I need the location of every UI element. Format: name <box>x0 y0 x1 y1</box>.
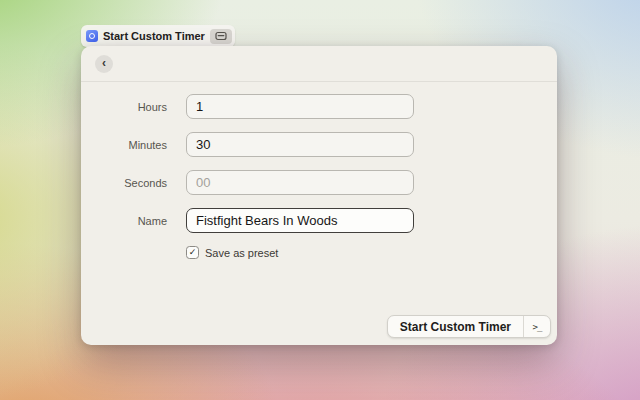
window-header: ‹ <box>81 46 557 82</box>
check-icon: ✓ <box>189 248 197 257</box>
seconds-label: Seconds <box>81 177 186 189</box>
back-chevron-icon: ‹ <box>102 57 106 69</box>
name-field-row: Name <box>81 208 557 233</box>
window-footer: Start Custom Timer >_ <box>387 315 551 338</box>
seconds-input[interactable] <box>186 170 414 195</box>
timer-form: Hours Minutes Seconds Name ✓ <box>81 82 557 259</box>
seconds-field-row: Seconds <box>81 170 557 195</box>
save-as-preset-label: Save as preset <box>205 247 278 259</box>
window-tab[interactable]: Start Custom Timer <box>81 25 235 47</box>
terminal-shortcut-button[interactable]: >_ <box>523 316 550 337</box>
checkbox-checked[interactable]: ✓ <box>186 246 199 259</box>
timer-app-icon <box>86 30 98 42</box>
save-as-preset-toggle[interactable]: ✓ Save as preset <box>186 246 278 259</box>
timer-dial-icon <box>89 33 95 39</box>
hours-label: Hours <box>81 101 186 113</box>
start-custom-timer-window: ‹ Hours Minutes Seconds Name <box>81 46 557 345</box>
tray-button[interactable] <box>210 29 232 44</box>
minutes-field-row: Minutes <box>81 132 557 157</box>
hours-input[interactable] <box>186 94 414 119</box>
save-as-preset-row: ✓ Save as preset <box>81 246 557 259</box>
start-custom-timer-button[interactable]: Start Custom Timer <box>388 316 523 337</box>
terminal-prompt-icon: >_ <box>533 322 542 332</box>
minutes-input[interactable] <box>186 132 414 157</box>
name-label: Name <box>81 215 186 227</box>
tab-title: Start Custom Timer <box>103 30 205 42</box>
name-input[interactable] <box>186 208 414 233</box>
hours-field-row: Hours <box>81 94 557 119</box>
tray-icon <box>215 31 227 41</box>
minutes-label: Minutes <box>81 139 186 151</box>
action-button-group: Start Custom Timer >_ <box>387 315 551 338</box>
back-button[interactable]: ‹ <box>95 55 113 73</box>
